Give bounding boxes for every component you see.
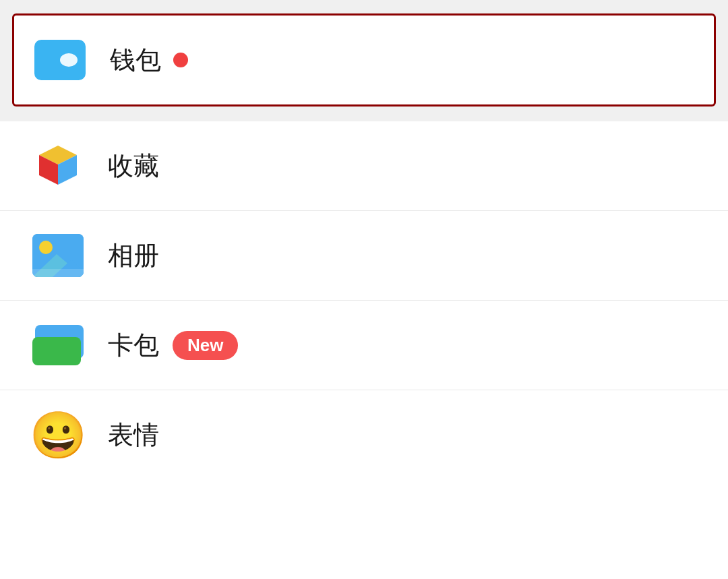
wallet-icon — [34, 40, 86, 80]
svg-point-4 — [39, 241, 53, 254]
cardwallet-label: 卡包 — [108, 328, 159, 363]
notification-dot — [173, 53, 188, 67]
page: 钱包 收藏 — [0, 0, 728, 579]
album-icon-wrapper — [32, 230, 84, 281]
emoji-label: 表情 — [108, 418, 159, 452]
wallet-label: 钱包 — [110, 43, 161, 78]
svg-rect-7 — [32, 269, 84, 277]
card-icon-wrapper — [32, 319, 84, 371]
cube-icon — [32, 140, 84, 191]
menu-item-favorites[interactable]: 收藏 — [0, 121, 728, 211]
wallet-item[interactable]: 钱包 — [12, 13, 716, 106]
menu-item-cardwallet[interactable]: 卡包 New — [0, 301, 728, 390]
card-icon — [32, 325, 84, 365]
album-label: 相册 — [108, 239, 159, 273]
emoji-icon: 😀 — [30, 412, 87, 458]
favorites-label: 收藏 — [108, 149, 159, 183]
cube-icon-wrapper — [32, 140, 84, 191]
menu-item-emoji[interactable]: 😀 表情 — [0, 390, 728, 479]
emoji-icon-wrapper: 😀 — [32, 409, 84, 460]
wallet-icon-wrapper — [34, 34, 86, 86]
menu-item-album[interactable]: 相册 — [0, 211, 728, 301]
new-badge: New — [173, 331, 238, 360]
menu-section: 收藏 相册 — [0, 121, 728, 579]
album-icon — [32, 234, 84, 277]
